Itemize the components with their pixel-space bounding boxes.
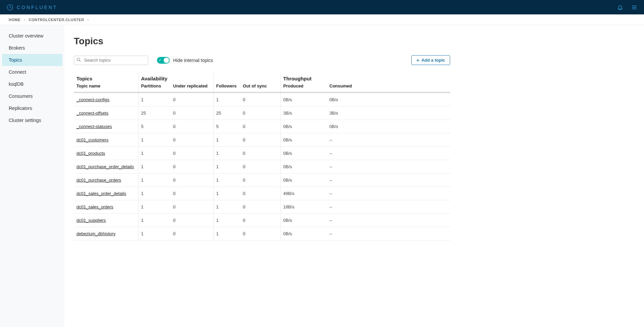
group-header-throughput: Throughput: [280, 72, 450, 82]
cell-under-replicated: 0: [170, 187, 213, 200]
table-row: dc01_customers10100B/s--: [74, 133, 450, 147]
cell-produced: 0B/s: [280, 92, 327, 107]
topic-link[interactable]: _connect-offsets: [76, 111, 108, 116]
col-header-followers[interactable]: Followers: [213, 82, 240, 92]
cell-produced: 0B/s: [280, 133, 327, 147]
hide-internal-label: Hide internal topics: [173, 58, 213, 63]
cell-under-replicated: 0: [170, 92, 213, 107]
col-header-out-of-sync[interactable]: Out of sync: [240, 82, 280, 92]
hide-internal-toggle[interactable]: ✓: [157, 57, 170, 64]
cell-consumed: --: [327, 187, 450, 200]
cell-topic-name: dc01_purchase_orders: [74, 174, 138, 187]
cell-partitions: 1: [138, 187, 170, 200]
sidebar-item-connect[interactable]: Connect: [0, 66, 64, 78]
svg-line-5: [79, 60, 81, 62]
sidebar-item-brokers[interactable]: Brokers: [0, 42, 64, 54]
topic-link[interactable]: _connect-configs: [76, 97, 109, 102]
cell-produced: 0B/s: [280, 120, 327, 133]
col-header-consumed[interactable]: Consumed: [327, 82, 450, 92]
cell-out-of-sync: 0: [240, 120, 280, 133]
topics-table: Topics Availability Throughput Topic nam…: [74, 72, 450, 241]
cell-partitions: 1: [138, 214, 170, 227]
brand-logo[interactable]: CONFLUENT: [7, 4, 58, 11]
cell-followers: 1: [213, 200, 240, 214]
cell-partitions: 1: [138, 147, 170, 160]
cell-partitions: 1: [138, 160, 170, 174]
table-row: dc01_purchase_order_details10100B/s--: [74, 160, 450, 174]
menu-icon[interactable]: [631, 4, 637, 10]
topic-link[interactable]: dc01_purchase_orders: [76, 178, 121, 183]
cell-consumed: --: [327, 174, 450, 187]
cell-followers: 1: [213, 174, 240, 187]
topic-link[interactable]: dc01_products: [76, 151, 105, 156]
topic-link[interactable]: dc01_sales_order_details: [76, 191, 126, 196]
cell-followers: 5: [213, 120, 240, 133]
cell-partitions: 25: [138, 107, 170, 120]
breadcrumb: HOME › CONTROLCENTER.CLUSTER ›: [0, 14, 644, 25]
table-row: dc01_purchase_orders10100B/s--: [74, 174, 450, 187]
sidebar-item-replicators[interactable]: Replicators: [0, 102, 64, 114]
cell-followers: 1: [213, 147, 240, 160]
table-row: dc01_suppliers10100B/s--: [74, 214, 450, 227]
cell-consumed: --: [327, 133, 450, 147]
cell-consumed: --: [327, 200, 450, 214]
cell-produced: 0B/s: [280, 174, 327, 187]
search-icon: [76, 57, 81, 63]
topic-link[interactable]: dc01_sales_orders: [76, 204, 113, 209]
cell-under-replicated: 0: [170, 147, 213, 160]
col-header-topic-name[interactable]: Topic name: [74, 82, 138, 92]
cell-out-of-sync: 0: [240, 200, 280, 214]
plus-icon: +: [416, 58, 419, 63]
topic-link[interactable]: dc01_customers: [76, 137, 108, 142]
topic-link[interactable]: _connect-statuses: [76, 124, 112, 129]
cell-partitions: 1: [138, 227, 170, 241]
col-header-under-replicated[interactable]: Under replicated: [170, 82, 213, 92]
cell-topic-name: dc01_sales_orders: [74, 200, 138, 214]
sidebar-item-ksqldb[interactable]: ksqlDB: [0, 78, 64, 90]
add-topic-button[interactable]: + Add a topic: [411, 55, 450, 65]
cell-topic-name: dc01_customers: [74, 133, 138, 147]
cell-produced: 0B/s: [280, 160, 327, 174]
search-box: [74, 56, 148, 65]
notifications-icon[interactable]: [617, 4, 623, 10]
cell-followers: 1: [213, 160, 240, 174]
cell-partitions: 1: [138, 200, 170, 214]
cell-out-of-sync: 0: [240, 227, 280, 241]
hide-internal-toggle-wrap: ✓ Hide internal topics: [157, 57, 213, 64]
cell-topic-name: dc01_products: [74, 147, 138, 160]
breadcrumb-home[interactable]: HOME: [9, 18, 20, 22]
breadcrumb-cluster[interactable]: CONTROLCENTER.CLUSTER: [29, 18, 84, 22]
cell-out-of-sync: 0: [240, 187, 280, 200]
col-header-produced[interactable]: Produced: [280, 82, 327, 92]
sidebar-item-consumers[interactable]: Consumers: [0, 90, 64, 102]
cell-topic-name: dc01_sales_order_details: [74, 187, 138, 200]
cell-produced: 0B/s: [280, 214, 327, 227]
cell-consumed: --: [327, 160, 450, 174]
cell-produced: 49B/s: [280, 187, 327, 200]
cell-under-replicated: 0: [170, 227, 213, 241]
sidebar-item-cluster-settings[interactable]: Cluster settings: [0, 114, 64, 126]
sidebar-item-cluster-overview[interactable]: Cluster overview: [0, 30, 64, 42]
table-row: dc01_sales_order_details101049B/s--: [74, 187, 450, 200]
confluent-icon: [7, 4, 13, 11]
cell-out-of-sync: 0: [240, 214, 280, 227]
cell-out-of-sync: 0: [240, 160, 280, 174]
cell-topic-name: _connect-configs: [74, 92, 138, 107]
topic-link[interactable]: dc01_suppliers: [76, 218, 106, 223]
cell-produced: 0B/s: [280, 227, 327, 241]
brand-text: CONFLUENT: [17, 5, 58, 10]
topic-link[interactable]: debezium_dbhistory: [76, 231, 115, 236]
check-icon: ✓: [159, 58, 162, 62]
cell-consumed: 3B/s: [327, 107, 450, 120]
topic-link[interactable]: dc01_purchase_order_details: [76, 164, 134, 169]
group-header-availability: Availability: [138, 72, 213, 82]
top-header: CONFLUENT: [0, 0, 644, 14]
cell-out-of-sync: 0: [240, 107, 280, 120]
table-row: dc01_products10100B/s--: [74, 147, 450, 160]
sidebar-item-topics[interactable]: Topics: [2, 54, 62, 66]
cell-followers: 1: [213, 227, 240, 241]
add-topic-label: Add a topic: [421, 58, 445, 63]
table-row: debezium_dbhistory10100B/s--: [74, 227, 450, 241]
col-header-partitions[interactable]: Partitions: [138, 82, 170, 92]
search-input[interactable]: [74, 56, 148, 65]
